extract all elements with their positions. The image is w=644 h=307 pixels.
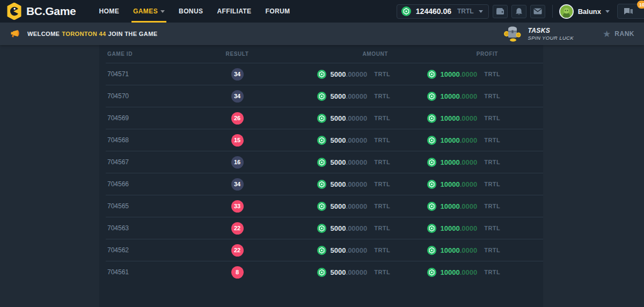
table-row[interactable]: 704570 34 5000 .00000 TRTL bbox=[106, 85, 543, 107]
balance-selector[interactable]: 124460.06 TRTL bbox=[397, 4, 489, 19]
amount-currency: TRTL bbox=[374, 93, 390, 99]
table-row[interactable]: 704563 22 5000 .00000 TRTL bbox=[106, 217, 543, 239]
wallet-button[interactable] bbox=[493, 5, 508, 18]
trtl-coin-icon bbox=[317, 70, 326, 79]
game-id: 704567 bbox=[106, 158, 192, 166]
result-cell: 22 bbox=[192, 222, 283, 235]
profit-int: 10000 bbox=[441, 180, 460, 188]
amount-currency: TRTL bbox=[374, 247, 390, 253]
profit-currency: TRTL bbox=[484, 93, 500, 99]
amount-dec: .00000 bbox=[346, 158, 368, 166]
amount-dec: .00000 bbox=[346, 92, 368, 100]
amount-int: 5000 bbox=[331, 70, 346, 78]
amount-cell: 5000 .00000 TRTL bbox=[283, 246, 390, 255]
chevron-down-icon bbox=[160, 10, 165, 13]
table-row[interactable]: 704565 33 5000 .00000 TRTL bbox=[106, 195, 543, 217]
game-id: 704568 bbox=[106, 136, 192, 144]
amount-cell: 5000 .00000 TRTL bbox=[283, 70, 390, 79]
profit-dec: .0000 bbox=[460, 92, 478, 100]
result-badge: 22 bbox=[231, 222, 244, 235]
nav-affiliate[interactable]: AFFILIATE bbox=[210, 0, 258, 23]
tasks-subtitle: SPIN YOUR LUCK bbox=[528, 35, 574, 41]
column-header-profit: PROFIT bbox=[390, 51, 500, 57]
amount-int: 5000 bbox=[331, 114, 346, 122]
profit-currency: TRTL bbox=[484, 71, 500, 77]
table-row[interactable]: 704562 22 5000 .00000 TRTL bbox=[106, 239, 543, 261]
nav-games[interactable]: GAMES bbox=[126, 0, 172, 23]
tasks-title: TASKS bbox=[528, 27, 574, 35]
profit-dec: .0000 bbox=[460, 114, 478, 122]
table-row[interactable]: 704571 34 5000 .00000 TRTL bbox=[106, 63, 543, 85]
trtl-coin-icon bbox=[317, 224, 326, 233]
game-id: 704571 bbox=[106, 70, 192, 78]
amount-dec: .00000 bbox=[346, 202, 368, 210]
active-tab-underline bbox=[131, 21, 166, 23]
game-id: 704561 bbox=[106, 268, 192, 276]
header-right: 124460.06 TRTL bbox=[397, 0, 644, 23]
table-row[interactable]: 704567 16 5000 .00000 TRTL bbox=[106, 151, 543, 173]
amount-int: 5000 bbox=[331, 224, 346, 232]
result-cell: 26 bbox=[192, 112, 283, 125]
star-icon: ★ bbox=[603, 30, 611, 39]
trtl-coin-icon bbox=[317, 246, 326, 255]
result-cell: 22 bbox=[192, 244, 283, 257]
profit-cell: 10000 .0000 TRTL bbox=[390, 92, 500, 101]
result-badge: 34 bbox=[231, 178, 244, 191]
amount-cell: 5000 .00000 TRTL bbox=[283, 268, 390, 277]
table-row[interactable]: 704568 15 5000 .00000 TRTL bbox=[106, 129, 543, 151]
trtl-coin-icon bbox=[401, 6, 411, 16]
profit-int: 10000 bbox=[441, 70, 460, 78]
amount-dec: .00000 bbox=[346, 180, 368, 188]
game-id: 704566 bbox=[106, 180, 192, 188]
profit-int: 10000 bbox=[441, 136, 460, 144]
announcement-bar: WELCOMETORONTON 44JOIN THE GAME bbox=[0, 23, 644, 45]
table-row[interactable]: 704561 8 5000 .00000 TRTL bbox=[106, 261, 543, 283]
trtl-coin-icon bbox=[427, 114, 436, 123]
rank-button[interactable]: ★ RANK bbox=[603, 30, 634, 39]
table-body: 704571 34 5000 .00000 TRTL bbox=[99, 63, 543, 283]
profit-cell: 10000 .0000 TRTL bbox=[390, 246, 500, 255]
logo[interactable]: BC.Game bbox=[6, 3, 76, 20]
trtl-coin-icon bbox=[427, 224, 436, 233]
main-nav: HOME GAMES BONUS AFFILIATE FORUM bbox=[92, 0, 297, 23]
amount-cell: 5000 .00000 TRTL bbox=[283, 114, 390, 123]
trtl-coin-icon bbox=[317, 268, 326, 277]
table-row[interactable]: 704566 34 5000 .00000 TRTL bbox=[106, 173, 543, 195]
amount-cell: 5000 .00000 TRTL bbox=[283, 180, 390, 189]
table-header: GAME ID RESULT AMOUNT PROFIT bbox=[106, 45, 543, 63]
profit-cell: 10000 .0000 TRTL bbox=[390, 202, 500, 211]
amount-cell: 5000 .00000 TRTL bbox=[283, 202, 390, 211]
amount-int: 5000 bbox=[331, 180, 346, 188]
user-menu[interactable]: Balunx bbox=[559, 4, 610, 19]
result-badge: 8 bbox=[231, 266, 244, 279]
game-history-panel: GAME ID RESULT AMOUNT PROFIT 704571 34 5… bbox=[99, 45, 543, 307]
welcome-message: WELCOMETORONTON 44JOIN THE GAME bbox=[10, 30, 157, 39]
messages-button[interactable] bbox=[530, 5, 545, 18]
nav-forum[interactable]: FORUM bbox=[258, 0, 297, 23]
profit-dec: .0000 bbox=[460, 158, 478, 166]
column-header-game-id: GAME ID bbox=[106, 51, 192, 57]
result-badge: 34 bbox=[231, 90, 244, 103]
chat-toggle-button[interactable]: 10 bbox=[617, 4, 644, 19]
chevron-down-icon bbox=[605, 10, 610, 13]
amount-dec: .00000 bbox=[346, 114, 368, 122]
logo-icon bbox=[6, 3, 22, 20]
top-header: BC.Game HOME GAMES BONUS AFFILIATE FORUM… bbox=[0, 0, 644, 23]
profit-dec: .0000 bbox=[460, 180, 478, 188]
trtl-coin-icon bbox=[317, 114, 326, 123]
table-row[interactable]: 704569 26 5000 .00000 TRTL bbox=[106, 107, 543, 129]
nav-home[interactable]: HOME bbox=[92, 0, 126, 23]
profit-int: 10000 bbox=[441, 92, 460, 100]
game-id: 704570 bbox=[106, 92, 192, 100]
chat-notification-badge: 10 bbox=[637, 1, 644, 9]
amount-int: 5000 bbox=[331, 202, 346, 210]
tasks-text: TASKS SPIN YOUR LUCK bbox=[528, 27, 574, 41]
nav-bonus[interactable]: BONUS bbox=[172, 0, 210, 23]
amount-currency: TRTL bbox=[374, 225, 390, 231]
chat-icon bbox=[623, 7, 634, 16]
amount-currency: TRTL bbox=[374, 159, 390, 165]
amount-currency: TRTL bbox=[374, 115, 390, 121]
notifications-button[interactable] bbox=[511, 5, 526, 18]
result-badge: 26 bbox=[231, 112, 244, 125]
tasks-button[interactable]: TASKS SPIN YOUR LUCK bbox=[502, 26, 574, 42]
